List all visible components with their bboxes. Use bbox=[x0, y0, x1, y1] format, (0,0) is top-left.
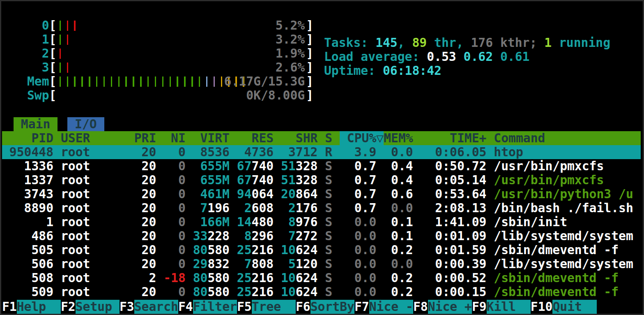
cell-s: S bbox=[325, 215, 332, 229]
cell-shr: 3712 bbox=[281, 145, 317, 159]
column-header-mem[interactable]: MEM% bbox=[384, 131, 413, 145]
cell-cmd: /usr/bin/python3 /u bbox=[494, 187, 641, 201]
meter-bar-area: 3.2% bbox=[56, 32, 306, 46]
meter-bar bbox=[101, 74, 108, 88]
meter-bar bbox=[137, 74, 145, 88]
fkey-f1-help[interactable]: F1Help bbox=[2, 300, 61, 314]
text-segment: 655M bbox=[200, 173, 230, 187]
spacer bbox=[340, 257, 347, 271]
text-segment: 624 bbox=[296, 243, 318, 257]
fkey-f8-nice-[interactable]: F8Nice + bbox=[413, 300, 472, 314]
fkey-f10-quit[interactable]: F10Quit bbox=[531, 300, 597, 314]
process-row[interactable]: 8890root200719626082176S0.70.02:08.13/bi… bbox=[2, 201, 641, 215]
meter-value: 5.2% bbox=[276, 19, 305, 32]
text-segment: 0 bbox=[178, 145, 186, 159]
column-header-state[interactable]: S bbox=[325, 131, 332, 145]
spacer bbox=[230, 243, 237, 257]
fkey-key: F7 bbox=[354, 300, 369, 314]
cell-cmd: /sbin/dmeventd -f bbox=[494, 271, 641, 285]
cell-time: 0:50.72 bbox=[428, 159, 486, 173]
spacer bbox=[274, 145, 281, 159]
fkey-f4-filter[interactable]: F4Filter bbox=[178, 300, 237, 314]
text-segment: 486 bbox=[31, 229, 53, 243]
spacer bbox=[332, 131, 340, 145]
cell-user: root bbox=[61, 229, 134, 243]
text-segment: S bbox=[325, 159, 332, 173]
column-header-ni[interactable]: NI bbox=[163, 131, 186, 145]
sort-column-highlight: CPU% ▽ bbox=[340, 131, 384, 145]
text-segment: root bbox=[61, 271, 90, 285]
fkey-f6-sortby[interactable]: F6SortBy bbox=[296, 300, 354, 314]
fkey-f5-tree[interactable]: F5Tree bbox=[237, 300, 296, 314]
process-row[interactable]: 1336root200655M6774051328S0.70.40:50.72/… bbox=[2, 159, 641, 173]
column-header-pid[interactable]: PID bbox=[2, 131, 53, 145]
process-row[interactable]: 1337root200655M6774051328S0.70.40:05.14/… bbox=[2, 173, 641, 187]
cell-ni: 0 bbox=[163, 285, 186, 299]
column-header-time[interactable]: TIME+ bbox=[428, 131, 486, 145]
spacer bbox=[274, 271, 281, 285]
load-line: Load average: 0.53 0.62 0.61 bbox=[324, 50, 610, 64]
spacer bbox=[156, 229, 163, 243]
text-segment: 0 bbox=[178, 159, 186, 173]
fkey-f9-kill[interactable]: F9Kill bbox=[472, 300, 531, 314]
fkey-f7-nice-[interactable]: F7Nice - bbox=[354, 300, 413, 314]
spacer bbox=[317, 285, 325, 299]
column-header-pri[interactable]: PRI bbox=[134, 131, 156, 145]
spacer bbox=[156, 159, 163, 173]
text-segment: root bbox=[61, 145, 90, 159]
cell-mem: 0.1 bbox=[384, 215, 413, 229]
spacer bbox=[53, 159, 61, 173]
fkey-label: Help bbox=[17, 300, 61, 314]
cell-cpu: 0.7 bbox=[347, 173, 376, 187]
process-row-selected[interactable]: 950448root200853647363712R3.90.00:06.05h… bbox=[2, 145, 641, 159]
spacer bbox=[186, 229, 193, 243]
tab-main[interactable]: Main bbox=[14, 117, 58, 131]
meter-bracket-close: ] bbox=[306, 60, 313, 74]
meter-bar bbox=[145, 74, 152, 88]
cell-user: root bbox=[61, 257, 134, 271]
meter-bar-tick bbox=[67, 21, 69, 31]
text-segment: 228 bbox=[207, 229, 230, 243]
spacer bbox=[413, 271, 428, 285]
process-row[interactable]: 505root200805802521610624S0.00.20:01.59/… bbox=[2, 243, 641, 257]
text-segment: 296 bbox=[252, 229, 274, 243]
text-segment: 950448 bbox=[9, 145, 53, 159]
meter-bar-tick bbox=[147, 76, 149, 87]
process-row[interactable]: 509root200805802521610624S0.00.20:00.15/… bbox=[2, 285, 641, 299]
fkey-f2-setup[interactable]: F2Setup bbox=[61, 300, 120, 314]
process-row[interactable]: 506root2002983278085120S0.00.00:00.39/li… bbox=[2, 257, 641, 271]
process-table: 950448root200853647363712R3.90.00:06.05h… bbox=[2, 145, 641, 299]
spacer bbox=[156, 285, 163, 299]
text-segment: 8890 bbox=[24, 201, 54, 215]
text-segment: 0.7 bbox=[354, 173, 377, 187]
spacer bbox=[274, 243, 281, 257]
column-header-res[interactable]: RES bbox=[237, 131, 274, 145]
text-segment: root bbox=[61, 159, 90, 173]
text-segment: 20 bbox=[142, 159, 156, 173]
cell-pid: 1 bbox=[2, 215, 53, 229]
cell-mem: 0.6 bbox=[384, 187, 413, 201]
text-segment: 0.0 bbox=[354, 257, 377, 271]
process-row[interactable]: 1root200166M144808976S0.00.11:41.09/sbin… bbox=[2, 215, 641, 229]
spacer bbox=[156, 131, 163, 145]
text-segment: S bbox=[325, 243, 332, 257]
meter-bar-tick bbox=[140, 76, 142, 87]
process-row[interactable]: 508root2-18805802521610624S0.00.20:00.52… bbox=[2, 271, 641, 285]
spacer bbox=[274, 201, 281, 215]
text-segment: 3.9 bbox=[354, 145, 377, 159]
column-header-user[interactable]: USER bbox=[61, 131, 134, 145]
function-key-bar: F1Help F2Setup F3SearchF4FilterF5Tree F6… bbox=[2, 300, 597, 314]
cell-virt: 7196 bbox=[193, 201, 230, 215]
fkey-f3-search[interactable]: F3Search bbox=[120, 300, 178, 314]
cell-pid: 508 bbox=[2, 271, 53, 285]
text-segment: /lib/systemd/system bbox=[494, 229, 633, 243]
column-header-cpu[interactable]: CPU% bbox=[347, 131, 376, 145]
process-row[interactable]: 486root2003322882967272S0.00.10:01.09/li… bbox=[2, 229, 641, 243]
column-header-shr[interactable]: SHR bbox=[281, 131, 317, 145]
column-header-virt[interactable]: VIRT bbox=[193, 131, 230, 145]
process-row[interactable]: 3743root200461M9406420864S0.70.60:53.64/… bbox=[2, 187, 641, 201]
text-segment: 580 bbox=[207, 285, 230, 299]
spacer bbox=[156, 215, 163, 229]
tab-io[interactable]: I/O bbox=[67, 117, 104, 131]
column-header-command[interactable]: Command bbox=[494, 131, 641, 145]
